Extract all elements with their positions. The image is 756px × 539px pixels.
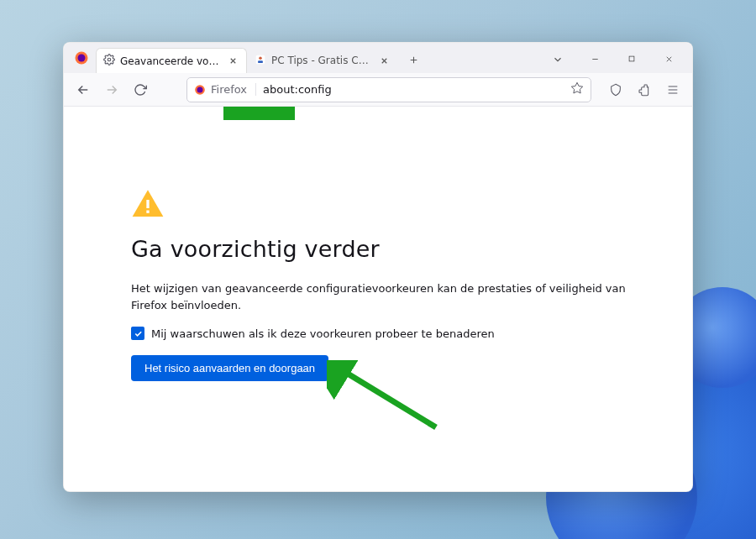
- annotation-highlight: [223, 107, 295, 120]
- minimize-button[interactable]: [576, 44, 613, 73]
- tab-advanced-preferences[interactable]: Geavanceerde voorkeuren: [96, 48, 247, 73]
- svg-point-4: [259, 56, 262, 60]
- navigation-toolbar: Firefox about:config: [64, 73, 692, 107]
- back-button[interactable]: [71, 77, 96, 102]
- address-text: about:config: [263, 83, 564, 96]
- tab-pctips[interactable]: PC Tips - Gratis Computer Tips,: [247, 48, 398, 73]
- firefox-logo-icon: [71, 47, 92, 69]
- tab-label: Geavanceerde voorkeuren: [120, 55, 221, 67]
- warn-checkbox-row: Mij waarschuwen als ik deze voorkeuren p…: [131, 327, 635, 340]
- warning-triangle-icon: [131, 187, 165, 221]
- close-tab-icon[interactable]: [377, 54, 391, 67]
- accept-risk-button[interactable]: Het risico aanvaarden en doorgaan: [131, 355, 328, 381]
- maximize-button[interactable]: [613, 44, 650, 73]
- svg-rect-10: [146, 200, 149, 208]
- page-content: Ga voorzichtig verder Het wijzigen van g…: [64, 107, 692, 491]
- svg-point-8: [197, 86, 203, 92]
- svg-rect-6: [629, 56, 634, 61]
- close-window-button[interactable]: [650, 44, 687, 73]
- forward-button[interactable]: [99, 77, 124, 102]
- warn-checkbox-label: Mij waarschuwen als ik deze voorkeuren p…: [151, 327, 495, 340]
- tabs-dropdown-button[interactable]: [546, 48, 570, 71]
- warning-title: Ga voorzichtig verder: [131, 236, 635, 262]
- identity-box[interactable]: Firefox: [194, 83, 256, 96]
- svg-rect-5: [258, 60, 263, 63]
- browser-window: Geavanceerde voorkeuren PC Tips - Gratis…: [63, 42, 693, 492]
- identity-label: Firefox: [211, 83, 247, 96]
- warning-body: Het wijzigen van geavanceerde configurat…: [131, 280, 635, 313]
- reload-button[interactable]: [128, 77, 153, 102]
- url-bar[interactable]: Firefox about:config: [186, 77, 591, 102]
- about-config-warning: Ga voorzichtig verder Het wijzigen van g…: [131, 187, 635, 381]
- gear-icon: [103, 54, 115, 68]
- svg-point-2: [108, 58, 111, 61]
- pocket-button[interactable]: [603, 77, 628, 102]
- app-menu-button[interactable]: [660, 77, 685, 102]
- window-controls: [576, 44, 687, 73]
- tab-strip: Geavanceerde voorkeuren PC Tips - Gratis…: [64, 43, 692, 73]
- tab-label: PC Tips - Gratis Computer Tips,: [271, 55, 372, 66]
- svg-point-1: [78, 55, 86, 62]
- svg-marker-9: [571, 82, 582, 93]
- new-tab-button[interactable]: [402, 48, 425, 71]
- svg-rect-11: [146, 211, 149, 213]
- bookmark-star-icon[interactable]: [570, 81, 584, 97]
- close-tab-icon[interactable]: [226, 55, 239, 68]
- extensions-button[interactable]: [632, 77, 657, 102]
- warn-checkbox[interactable]: [131, 327, 144, 340]
- site-icon: [255, 54, 266, 68]
